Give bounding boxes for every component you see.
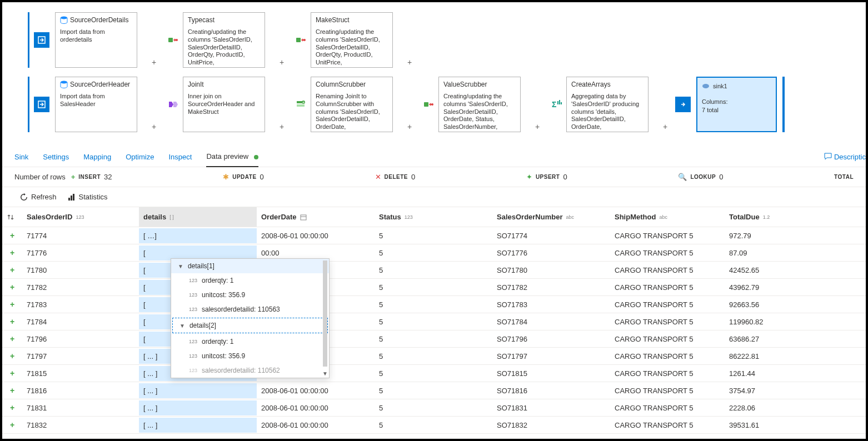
node-columnscrubber[interactable]: ColumnScrubber Renaming JoinIt to Column… — [311, 77, 405, 132]
comment-icon — [824, 153, 832, 161]
cell-orderdate: 2008-06-01 00:00:00 — [257, 418, 375, 433]
join-icon — [166, 98, 179, 111]
table-row[interactable]: +71815[ ... ]2008-06-01 00:00:005SO71815… — [2, 365, 866, 382]
row-insert-icon: + — [2, 348, 22, 364]
svg-rect-3 — [296, 38, 301, 42]
cell-salesordernumber: SO71782 — [492, 280, 610, 295]
add-step-button[interactable]: + — [535, 122, 543, 130]
statistics-button[interactable]: Statistics — [68, 193, 108, 201]
svg-rect-1 — [168, 38, 173, 42]
node-title: ColumnScrubber — [316, 81, 388, 88]
chevron-down-icon[interactable]: ▼ — [322, 370, 328, 377]
scrub-icon: + — [294, 98, 307, 111]
cell-shipmethod: CARGO TRANSPORT 5 — [610, 314, 725, 329]
table-row[interactable]: +71774[ …]2008-06-01 00:00:005SO71774CAR… — [2, 227, 866, 244]
cell-salesordernumber: SO71831 — [492, 400, 610, 415]
add-step-button[interactable]: + — [280, 122, 287, 130]
svg-text:+: + — [302, 100, 305, 105]
cell-totaldue: 2228.06 — [725, 400, 836, 415]
cell-status: 5 — [375, 418, 492, 433]
source-badge[interactable] — [34, 32, 49, 48]
col-shipmethod[interactable]: ShipMethodabc — [610, 207, 725, 227]
table-row[interactable]: +71782[00:005SO71782CARGO TRANSPORT 5439… — [2, 279, 866, 296]
node-source-order-details[interactable]: SourceOrderDetails Import data from orde… — [55, 12, 149, 68]
tab-inspect[interactable]: Inspect — [168, 153, 192, 167]
table-row[interactable]: +71797[ ... ]2008-06-01 00:00:005SO71797… — [2, 348, 866, 365]
node-createarrays[interactable]: CreateArrays Aggregating data by 'SalesO… — [566, 77, 661, 132]
aggregate-icon: Σ — [550, 98, 563, 111]
table-row[interactable]: +71831[ ... ]2008-06-01 00:00:005SO71831… — [2, 399, 866, 417]
table-header: SalesOrderID123 details[ ] OrderDate Sta… — [2, 207, 866, 227]
sort-toggle[interactable] — [2, 207, 22, 227]
popover-item: 123salesorderdetailid: 110562 — [171, 363, 329, 378]
description-link[interactable]: Descriptic — [824, 153, 866, 167]
table-row[interactable]: +71816[ ... ]2008-06-01 00:00:005SO71816… — [2, 382, 866, 399]
node-title: MakeStruct — [316, 16, 388, 24]
cell-salesorderid: 71780 — [22, 263, 139, 278]
col-salesorderid[interactable]: SalesOrderID123 — [22, 207, 139, 227]
tab-optimize[interactable]: Optimize — [126, 153, 154, 167]
col-orderdate[interactable]: OrderDate — [257, 207, 375, 227]
delete-label: DELETE — [385, 174, 408, 180]
refresh-icon — [20, 193, 28, 201]
add-step-button[interactable]: + — [407, 122, 415, 130]
cell-shipmethod: CARGO TRANSPORT 5 — [610, 418, 725, 433]
table-row[interactable]: +71784[00:005SO71784CARGO TRANSPORT 5119… — [2, 313, 866, 330]
table-row[interactable]: +71796[00:005SO71796CARGO TRANSPORT 5636… — [2, 330, 866, 348]
refresh-button[interactable]: Refresh — [20, 193, 57, 201]
col-details[interactable]: details[ ] — [139, 207, 257, 227]
cell-salesorderid: 71831 — [22, 400, 139, 415]
cell-status: 5 — [375, 349, 492, 364]
node-typecast[interactable]: Typecast Creating/updating the columns '… — [183, 12, 277, 68]
tab-mapping[interactable]: Mapping — [83, 153, 111, 167]
scrollbar[interactable] — [323, 260, 327, 367]
table-row[interactable]: +71832[ ... ]2008-06-01 00:00:005SO71832… — [2, 417, 866, 434]
add-step-button[interactable]: + — [152, 58, 159, 66]
database-icon — [60, 16, 68, 24]
node-makestruct[interactable]: MakeStruct Creating/updating the columns… — [311, 12, 405, 68]
cell-salesordernumber: SO71783 — [492, 297, 610, 312]
node-desc: Import data from SalesHeader — [60, 93, 132, 108]
cell-details[interactable]: [ ... ] — [139, 400, 257, 415]
node-source-order-header[interactable]: SourceOrderHeader Import data from Sales… — [55, 77, 149, 132]
col-salesordernumber[interactable]: SalesOrderNumberabc — [492, 207, 610, 227]
sink-badge[interactable] — [675, 97, 691, 112]
cell-details[interactable]: [ ... ] — [139, 383, 257, 398]
add-step-button[interactable]: + — [152, 122, 159, 130]
cell-details[interactable]: [ ... ] — [139, 418, 257, 433]
tab-label: Data preview — [206, 152, 248, 161]
tab-sink[interactable]: Sink — [14, 153, 28, 167]
add-step-button[interactable]: + — [407, 58, 415, 66]
node-joinit[interactable]: JoinIt Inner join on SourceOrderHeader a… — [183, 77, 277, 132]
source-badge[interactable] — [34, 97, 49, 112]
flow-row-1: SourceOrderDetails Import data from orde… — [28, 12, 866, 68]
row-insert-icon: + — [2, 331, 22, 347]
add-step-button[interactable]: + — [663, 122, 671, 130]
cell-salesorderid: 71784 — [22, 314, 139, 329]
cell-salesordernumber: SO71815 — [492, 366, 610, 381]
tab-data-preview[interactable]: Data preview — [206, 152, 258, 167]
cell-salesordernumber: SO71816 — [492, 383, 610, 398]
add-step-button[interactable]: + — [280, 58, 287, 66]
cell-totaldue: 43962.79 — [725, 280, 836, 295]
cell-shipmethod: CARGO TRANSPORT 5 — [610, 383, 725, 398]
cell-salesordernumber: SO71774 — [492, 228, 610, 243]
table-row[interactable]: +71780[00:005SO71780CARGO TRANSPORT 5424… — [2, 262, 866, 279]
table-row[interactable]: +71776[00:005SO71776CARGO TRANSPORT 587.… — [2, 244, 866, 262]
table-row[interactable]: +71783[00:005SO71783CARGO TRANSPORT 5926… — [2, 296, 866, 313]
node-sink1[interactable]: sink1 Columns: 7 total — [696, 77, 777, 132]
preview-table: SalesOrderID123 details[ ] OrderDate Sta… — [2, 207, 866, 434]
sink-icon — [702, 82, 710, 90]
cell-salesorderid: 71776 — [22, 245, 139, 260]
svg-point-5 — [61, 81, 67, 84]
col-totaldue[interactable]: TotalDue1.2 — [725, 207, 836, 227]
lookup-label: LOOKUP — [690, 174, 716, 180]
flow-start-bar — [28, 12, 29, 68]
col-status[interactable]: Status123 — [375, 207, 492, 227]
cell-shipmethod: CARGO TRANSPORT 5 — [610, 366, 725, 381]
tab-settings[interactable]: Settings — [43, 153, 69, 167]
node-desc: Inner join on SourceOrderHeader and Make… — [188, 93, 260, 116]
node-valuescrubber[interactable]: ValueScrubber Creating/updating the colu… — [438, 77, 533, 132]
popover-header[interactable]: ▼ details[1] — [171, 259, 329, 273]
cell-details[interactable]: [ …] — [139, 228, 257, 243]
